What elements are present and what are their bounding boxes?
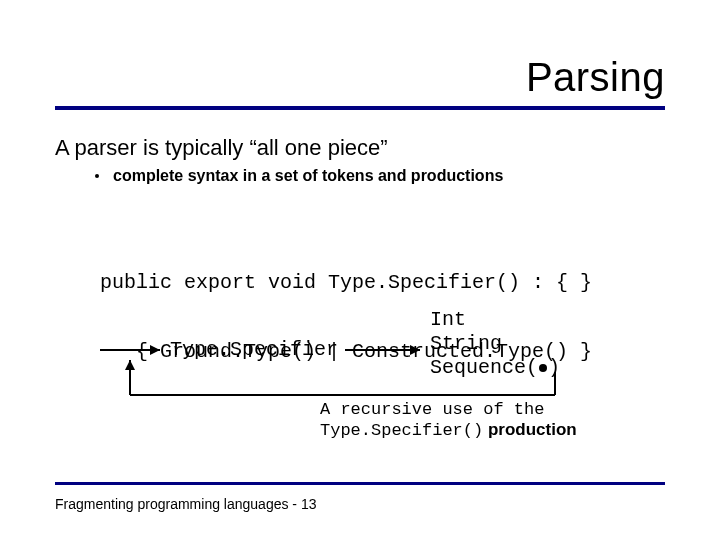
bullet-row: complete syntax in a set of tokens and p…	[95, 167, 665, 185]
caption-line-2: Type.Specifier() production	[320, 420, 577, 441]
type-string: String	[430, 332, 560, 356]
title-block: Parsing	[55, 55, 665, 110]
svg-marker-1	[150, 345, 160, 355]
type-int: Int	[430, 308, 560, 332]
caption: A recursive use of the Type.Specifier() …	[320, 400, 577, 441]
type-specifier-label: Type.Specifier	[170, 338, 338, 361]
type-sequence: Sequence()	[430, 356, 560, 380]
footer-rule	[55, 482, 665, 485]
bullet-text: complete syntax in a set of tokens and p…	[113, 167, 503, 185]
code-line-1: public export void Type.Specifier() : { …	[100, 271, 592, 294]
svg-marker-7	[125, 360, 135, 370]
caption-line-1: A recursive use of the	[320, 400, 577, 420]
type-sequence-suffix: )	[548, 356, 560, 379]
body-block: A parser is typically “all one piece” co…	[55, 135, 665, 185]
type-sequence-prefix: Sequence(	[430, 356, 538, 379]
svg-point-8	[539, 364, 547, 372]
slide: Parsing A parser is typically “all one p…	[0, 0, 720, 540]
lead-text: A parser is typically “all one piece”	[55, 135, 665, 161]
types-list: Int String Sequence()	[430, 308, 560, 380]
caption-code: Type.Specifier()	[320, 421, 483, 440]
svg-marker-3	[410, 345, 420, 355]
title-underline	[55, 106, 665, 110]
dot-icon	[538, 363, 548, 373]
bullet-icon	[95, 174, 99, 178]
footer-text: Fragmenting programming languages - 13	[55, 496, 316, 512]
caption-rest: production	[483, 420, 576, 439]
slide-title: Parsing	[55, 55, 665, 100]
